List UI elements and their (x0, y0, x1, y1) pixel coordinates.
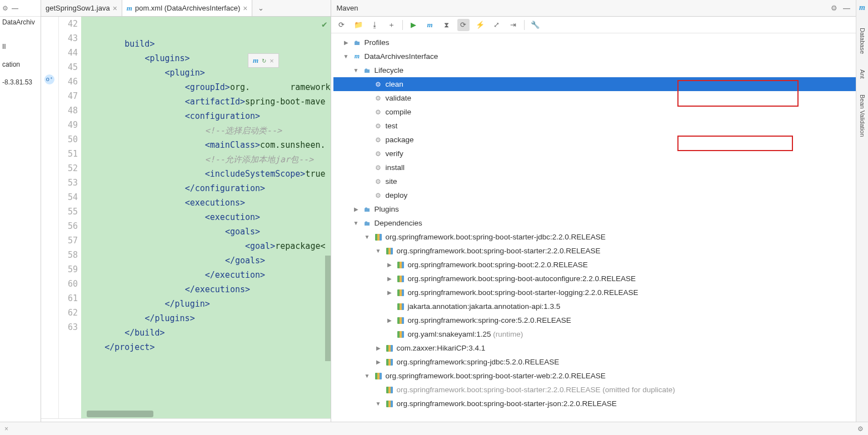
tree-node[interactable]: ▶org.springframework.boot:spring-boot-st… (333, 286, 856, 299)
expand-arrow-icon[interactable]: ▶ (375, 345, 382, 351)
expand-arrow-icon[interactable]: ▶ (386, 317, 393, 323)
code-line[interactable]: <plugins> (84, 51, 331, 66)
maven-icon[interactable]: m (859, 3, 865, 12)
collapse-button[interactable]: ⇥ (507, 19, 520, 31)
expand-arrow-icon[interactable]: ▼ (342, 53, 350, 59)
tree-node[interactable]: ▶🖿Profiles (333, 36, 856, 49)
code-line[interactable]: build> (84, 37, 331, 51)
code-editor[interactable]: ✔ o⁺ 42434445464748495051525354555657585… (41, 17, 331, 418)
wrench-button[interactable]: 🔧 (529, 19, 541, 31)
skip-button[interactable]: ⧗ (441, 19, 453, 31)
gear-icon[interactable]: ⚙ (857, 425, 864, 433)
tree-node[interactable]: org.springframework.boot:spring-boot-sta… (333, 383, 856, 397)
close-icon[interactable]: × (113, 4, 117, 13)
expand-arrow-icon[interactable]: ▶ (386, 276, 393, 282)
add-button[interactable]: ＋ (386, 19, 398, 31)
code-line[interactable]: <!--选择启动类--> (84, 123, 331, 138)
m-button[interactable]: m (424, 19, 436, 31)
expand-button[interactable]: ⤢ (491, 19, 503, 31)
tree-node[interactable]: ▶org.springframework.boot:spring-boot:2.… (333, 258, 856, 272)
tree-node[interactable]: ⚙test (333, 119, 856, 133)
tool-window-button[interactable]: Ant (859, 69, 866, 79)
code-line[interactable]: <goals> (84, 224, 331, 239)
tree-node[interactable]: ⚙validate (333, 91, 856, 105)
code-line[interactable]: <groupId>org. ramework (84, 80, 331, 94)
code-line[interactable]: </configuration> (84, 181, 331, 196)
tree-node[interactable]: ▶org.springframework:spring-core:5.2.0.R… (333, 313, 856, 327)
expand-arrow-icon[interactable]: ▼ (363, 373, 371, 379)
editor-v-scrollbar[interactable] (325, 256, 331, 361)
code-line[interactable]: <configuration> (84, 109, 331, 123)
minimize-icon[interactable]: — (12, 4, 18, 12)
code-line[interactable]: <artifactId>spring-boot-mave (84, 94, 331, 109)
tree-node[interactable]: ⚙install (333, 161, 856, 174)
code-line[interactable]: </executions> (84, 282, 331, 297)
tree-node[interactable]: ▶com.zaxxer:HikariCP:3.4.1 (333, 341, 856, 355)
tree-node[interactable]: ▼🖿Dependencies (333, 216, 856, 230)
code-line[interactable]: <goal>repackage< (84, 239, 331, 253)
offline-button[interactable]: ⟳ (457, 19, 470, 31)
gutter-bean-icon[interactable]: o⁺ (44, 74, 54, 84)
close-icon[interactable]: × (243, 4, 247, 13)
minimize-icon[interactable]: — (843, 4, 850, 12)
code-line[interactable]: </plugin> (84, 297, 331, 311)
code-line[interactable]: </build> (84, 326, 331, 340)
tree-label: clean (386, 80, 403, 88)
tree-node[interactable]: ⚙site (333, 174, 856, 188)
expand-arrow-icon[interactable]: ▶ (375, 359, 382, 365)
tree-node[interactable]: ▶🖿Plugins (333, 202, 856, 216)
expand-arrow-icon[interactable]: ▼ (363, 234, 371, 240)
tree-node[interactable]: ▼org.springframework.boot:spring-boot-st… (333, 369, 856, 383)
close-icon[interactable]: × (270, 57, 274, 65)
editor-h-scrollbar[interactable] (87, 411, 320, 417)
expand-arrow-icon[interactable]: ▼ (375, 401, 382, 407)
tool-window-button[interactable]: Database (859, 28, 866, 54)
code-line[interactable]: <mainClass>com.sunsheen. (84, 138, 331, 152)
code-line[interactable]: </goals> (84, 253, 331, 268)
code-line[interactable]: <plugin> (84, 66, 331, 80)
code-line[interactable]: <includeSystemScope>true (84, 167, 331, 181)
tree-node[interactable]: org.yaml:snakeyaml:1.25 (runtime) (333, 327, 856, 341)
tree-node[interactable]: ▶org.springframework.boot:spring-boot-au… (333, 272, 856, 286)
tree-node[interactable]: ▼org.springframework.boot:spring-boot-st… (333, 244, 856, 258)
code-lines[interactable]: build> <plugins> <plugin> <groupId>org. … (81, 17, 331, 418)
lightning-button[interactable]: ⚡ (474, 19, 486, 31)
inline-hint-popup[interactable]: m ↻ × (248, 53, 279, 68)
tree-node[interactable]: ⚙clean (333, 77, 856, 91)
run-button[interactable]: ▶ (407, 19, 420, 31)
code-line[interactable]: <execution> (84, 210, 331, 224)
tree-node[interactable]: ▼org.springframework.boot:spring-boot-st… (333, 230, 856, 244)
refresh-button[interactable]: ⟳ (336, 19, 348, 31)
tree-node[interactable]: ⚙deploy (333, 188, 856, 202)
code-line[interactable]: </project> (84, 340, 331, 354)
expand-arrow-icon[interactable]: ▼ (352, 220, 360, 226)
tree-node[interactable]: ▶org.springframework:spring-jdbc:5.2.0.R… (333, 355, 856, 369)
tree-node[interactable]: jakarta.annotation:jakarta.annotation-ap… (333, 299, 856, 313)
tree-node[interactable]: ⚙compile (333, 105, 856, 119)
tree-node[interactable]: ▼🖿Lifecycle (333, 63, 856, 77)
tool-window-button[interactable]: Bean Validation (859, 94, 866, 137)
expand-arrow-icon[interactable]: ▶ (352, 206, 360, 212)
tree-node[interactable]: ▼mDataArchivesInterface (333, 49, 856, 63)
gear-icon[interactable]: ⚙ (2, 4, 8, 12)
generate-button[interactable]: 📁 (352, 19, 365, 31)
tree-node[interactable]: ⚙package (333, 133, 856, 147)
code-line[interactable]: </execution> (84, 268, 331, 282)
expand-arrow-icon[interactable]: ▶ (342, 39, 350, 46)
editor-tab[interactable]: getSpringSow1.java× (41, 0, 122, 16)
expand-arrow-icon[interactable]: ▶ (386, 289, 393, 296)
expand-arrow-icon[interactable]: ▶ (386, 262, 393, 268)
chevron-down-icon[interactable]: ⌄ (252, 4, 270, 12)
expand-arrow-icon[interactable]: ▼ (375, 248, 382, 254)
code-line[interactable]: <executions> (84, 196, 331, 210)
gear-icon[interactable]: ⚙ (831, 4, 837, 12)
tree-node[interactable]: ▼org.springframework.boot:spring-boot-st… (333, 397, 856, 411)
download-button[interactable]: ⭳ (369, 19, 381, 31)
close-icon[interactable]: × (4, 425, 8, 433)
maven-tree[interactable]: ▶🖿Profiles▼mDataArchivesInterface▼🖿Lifec… (331, 33, 856, 435)
code-line[interactable]: <!--允许添加本地jar包--> (84, 152, 331, 167)
editor-tab[interactable]: mpom.xml (DataArchivesInterface)× (122, 0, 253, 16)
expand-arrow-icon[interactable]: ▼ (352, 67, 360, 73)
tree-node[interactable]: ⚙verify (333, 147, 856, 161)
code-line[interactable]: </plugins> (84, 311, 331, 326)
